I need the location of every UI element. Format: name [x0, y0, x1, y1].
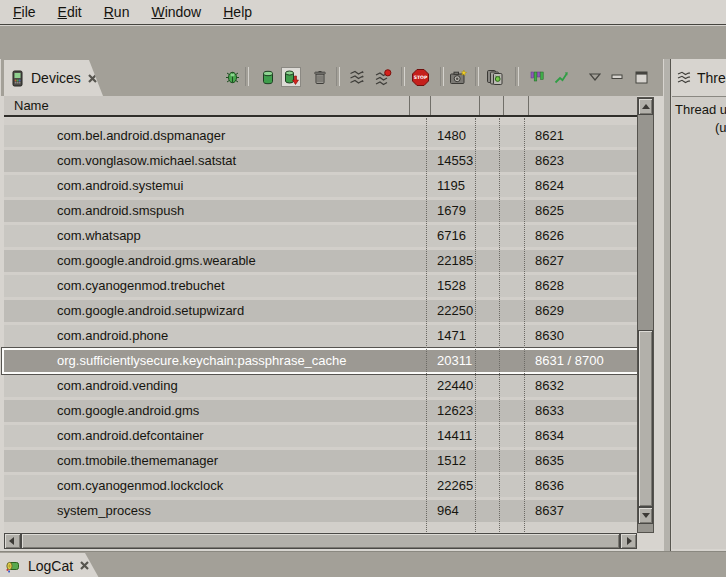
process-pid: 22250 — [437, 300, 473, 322]
threads-view: Threads Thread updates not enabled for s… — [672, 59, 726, 551]
table-row[interactable]: com.vonglasow.michael.satstat 14553 8623 — [4, 150, 637, 172]
table-row[interactable]: system_process 964 8637 — [4, 500, 637, 522]
table-row[interactable]: com.android.defcontainer 14411 8634 — [4, 425, 637, 447]
process-port: 8627 — [535, 250, 564, 272]
process-name: com.android.phone — [57, 325, 168, 347]
process-pid: 22440 — [437, 375, 473, 397]
table-row[interactable]: com.google.android.gms.wearable 22185 86… — [4, 250, 637, 272]
update-threads-icon[interactable] — [346, 67, 366, 87]
process-pid: 6716 — [437, 225, 466, 247]
phone-icon — [10, 70, 25, 87]
process-name: com.vonglasow.michael.satstat — [57, 150, 236, 172]
stop-process-icon[interactable]: STOP — [410, 67, 430, 87]
tab-logcat[interactable]: LogCat — [0, 553, 99, 577]
table-row[interactable]: com.android.smspush 1679 8625 — [4, 200, 637, 222]
table-row[interactable]: com.android.vending 22440 8632 — [4, 375, 637, 397]
main-toolbar — [0, 26, 726, 59]
process-pid: 1195 — [437, 175, 465, 197]
process-pid: 1679 — [437, 200, 466, 222]
table-row[interactable]: com.tmobile.thememanager 1512 8635 — [4, 450, 637, 472]
debug-process-icon[interactable] — [222, 67, 242, 87]
close-icon[interactable] — [79, 560, 90, 571]
table-row[interactable]: com.cyanogenmod.trebuchet 1528 8628 — [4, 275, 637, 297]
threads-message-line2: (use toolbar button to enable) — [715, 120, 726, 135]
scroll-left-button[interactable] — [4, 533, 21, 549]
vertical-scrollbar[interactable] — [637, 97, 654, 533]
table-row[interactable]: com.android.phone 1471 8630 — [4, 325, 637, 347]
view-menu-icon[interactable] — [585, 67, 605, 87]
process-port: 8623 — [535, 150, 564, 172]
screen-capture-multiple-icon[interactable] — [485, 67, 505, 87]
process-pid: 1512 — [437, 450, 466, 472]
menu-run[interactable]: Run — [93, 1, 141, 24]
menu-help[interactable]: Help — [212, 1, 263, 24]
menu-bar: File Edit Run Window Help — [0, 0, 726, 25]
process-port: 8621 — [535, 125, 564, 147]
menu-edit[interactable]: Edit — [47, 1, 93, 24]
column-divider[interactable] — [528, 96, 529, 115]
toolbar-separator — [401, 67, 405, 86]
scroll-right-button[interactable] — [620, 533, 637, 549]
scroll-up-button[interactable] — [638, 98, 653, 115]
update-heap-icon[interactable] — [258, 67, 278, 87]
screen-capture-icon[interactable] — [448, 67, 468, 87]
process-port: 8626 — [535, 225, 564, 247]
column-divider[interactable] — [409, 96, 410, 115]
table-row[interactable]: com.bel.android.dspmanager 1480 8621 — [4, 125, 637, 147]
process-pid: 14411 — [437, 425, 472, 447]
table-row[interactable]: com.android.systemui 1195 8624 — [4, 175, 637, 197]
table-row[interactable]: com.cyanogenmod.lockclock 22265 8636 — [4, 475, 637, 497]
process-pid: 1471 — [437, 325, 466, 347]
process-port: 8634 — [535, 425, 564, 447]
process-port: 8635 — [535, 450, 564, 472]
process-pid: 14553 — [437, 150, 473, 172]
process-port: 8632 — [535, 375, 564, 397]
panel-splitter[interactable] — [664, 59, 671, 551]
process-port: 8628 — [535, 275, 564, 297]
process-name: com.android.vending — [57, 375, 178, 397]
menu-file[interactable]: File — [2, 1, 47, 24]
toolbar-separator — [475, 67, 479, 86]
column-divider[interactable] — [503, 96, 504, 115]
table-row[interactable]: com.google.android.gms 12623 8633 — [4, 400, 637, 422]
minimize-icon[interactable] — [607, 67, 627, 87]
vertical-scrollbar-thumb[interactable] — [638, 330, 653, 507]
process-pid: 20311 — [437, 350, 472, 372]
column-header-name[interactable]: Name — [14, 98, 49, 113]
logcat-icon — [5, 558, 22, 574]
devices-tabbar: Devices — [1, 59, 663, 96]
devices-view: Devices — [0, 59, 664, 551]
table-header: Name — [4, 96, 637, 117]
process-pid: 22265 — [437, 475, 473, 497]
cause-gc-icon[interactable] — [310, 67, 330, 87]
process-pid: 1528 — [437, 275, 466, 297]
table-row[interactable]: com.google.android.setupwizard 22250 862… — [4, 300, 637, 322]
systrace-icon[interactable] — [527, 67, 547, 87]
process-name: com.google.android.gms.wearable — [57, 250, 256, 272]
process-name: com.cyanogenmod.lockclock — [57, 475, 223, 497]
logcat-view: LogCat — [0, 551, 726, 577]
process-name: system_process — [57, 500, 151, 522]
column-divider[interactable] — [479, 96, 480, 115]
horizontal-scrollbar[interactable] — [4, 533, 637, 549]
start-method-profiling-icon[interactable] — [373, 67, 393, 87]
maximize-icon[interactable] — [631, 67, 651, 87]
device-process-list: com.bel.android.dspmanager 1480 8621 com… — [4, 118, 637, 532]
tab-threads-label[interactable]: Threads — [697, 70, 726, 86]
toolbar-separator — [515, 67, 519, 86]
scroll-down-button[interactable] — [638, 507, 653, 524]
table-row[interactable]: org.sufficientlysecure.keychain:passphra… — [4, 350, 637, 372]
table-row[interactable]: com.whatsapp 6716 8626 — [4, 225, 637, 247]
column-divider[interactable] — [430, 96, 431, 115]
opengl-trace-icon[interactable] — [551, 67, 571, 87]
close-icon[interactable] — [87, 73, 98, 84]
dump-hprof-icon[interactable] — [281, 67, 301, 87]
horizontal-scrollbar-thumb[interactable] — [21, 533, 620, 549]
process-name: com.bel.android.dspmanager — [57, 125, 225, 147]
process-port: 8630 — [535, 325, 564, 347]
tab-devices[interactable]: Devices — [4, 60, 103, 96]
process-port: 8637 — [535, 500, 564, 522]
process-name: com.tmobile.thememanager — [57, 450, 218, 472]
tab-devices-label: Devices — [31, 70, 81, 86]
menu-window[interactable]: Window — [140, 1, 212, 24]
